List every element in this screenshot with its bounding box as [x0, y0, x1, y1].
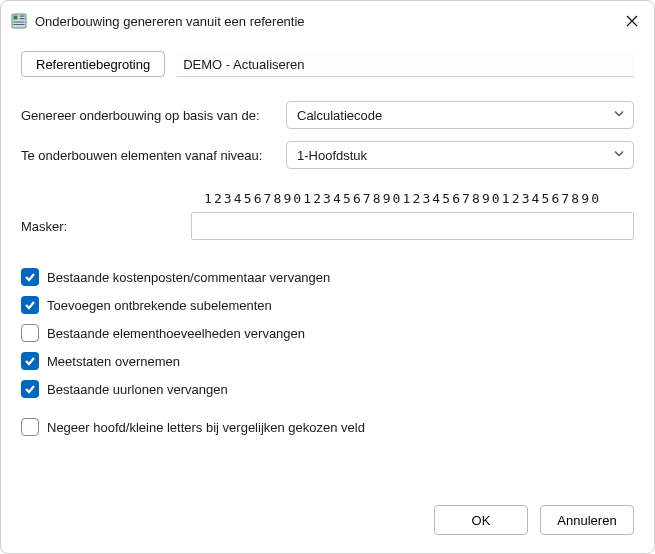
reference-row: Referentiebegroting DEMO - Actualiseren — [21, 51, 634, 77]
chevron-down-icon — [613, 148, 625, 163]
close-icon — [626, 15, 638, 27]
checkbox-replace-quantities-box[interactable] — [21, 324, 39, 342]
ok-button[interactable]: OK — [434, 505, 528, 535]
checkbox-replace-quantities: Bestaande elementhoeveelheden vervangen — [21, 324, 634, 342]
chevron-down-icon — [613, 108, 625, 123]
check-icon — [24, 355, 36, 367]
app-icon — [11, 13, 27, 29]
checkbox-list: Bestaande kostenposten/commentaar vervan… — [21, 268, 634, 436]
mask-ruler: 1234567890123456789012345678901234567890 — [204, 191, 634, 206]
dialog-window: Onderbouwing genereren vanuit een refere… — [0, 0, 655, 554]
check-icon — [24, 271, 36, 283]
checkbox-replace-costs: Bestaande kostenposten/commentaar vervan… — [21, 268, 634, 286]
level-select-value: 1-Hoofdstuk — [297, 148, 367, 163]
svg-rect-2 — [20, 16, 25, 17]
checkbox-add-subelements-box[interactable] — [21, 296, 39, 314]
checkbox-take-measurements-box[interactable] — [21, 352, 39, 370]
reference-budget-button[interactable]: Referentiebegroting — [21, 51, 165, 77]
titlebar: Onderbouwing genereren vanuit een refere… — [1, 1, 654, 41]
basis-row: Genereer onderbouwing op basis van de: C… — [21, 101, 634, 129]
mask-input[interactable] — [191, 212, 634, 240]
checkbox-replace-costs-label: Bestaande kostenposten/commentaar vervan… — [47, 270, 330, 285]
window-title: Onderbouwing genereren vanuit een refere… — [35, 14, 624, 29]
svg-rect-5 — [14, 24, 25, 25]
mask-row: Masker: — [21, 212, 634, 240]
checkbox-replace-costs-box[interactable] — [21, 268, 39, 286]
svg-rect-3 — [20, 18, 25, 19]
checkbox-replace-wages-label: Bestaande uurlonen vervangen — [47, 382, 228, 397]
level-row: Te onderbouwen elementen vanaf niveau: 1… — [21, 141, 634, 169]
checkbox-ignore-case-label: Negeer hoofd/kleine letters bij vergelij… — [47, 420, 365, 435]
checkbox-take-measurements: Meetstaten overnemen — [21, 352, 634, 370]
basis-select[interactable]: Calculatiecode — [286, 101, 634, 129]
level-label: Te onderbouwen elementen vanaf niveau: — [21, 148, 286, 163]
check-icon — [24, 383, 36, 395]
checkbox-ignore-case-box[interactable] — [21, 418, 39, 436]
checkbox-add-subelements: Toevoegen ontbrekende subelementen — [21, 296, 634, 314]
checkbox-replace-wages-box[interactable] — [21, 380, 39, 398]
checkbox-replace-quantities-label: Bestaande elementhoeveelheden vervangen — [47, 326, 305, 341]
basis-select-value: Calculatiecode — [297, 108, 382, 123]
checkbox-replace-wages: Bestaande uurlonen vervangen — [21, 380, 634, 398]
svg-rect-4 — [14, 22, 25, 23]
svg-rect-1 — [14, 16, 18, 20]
check-icon — [24, 299, 36, 311]
checkbox-add-subelements-label: Toevoegen ontbrekende subelementen — [47, 298, 272, 313]
level-select[interactable]: 1-Hoofdstuk — [286, 141, 634, 169]
cancel-button[interactable]: Annuleren — [540, 505, 634, 535]
close-button[interactable] — [624, 13, 640, 29]
reference-value-field[interactable]: DEMO - Actualiseren — [177, 51, 634, 77]
checkbox-take-measurements-label: Meetstaten overnemen — [47, 354, 180, 369]
checkbox-ignore-case: Negeer hoofd/kleine letters bij vergelij… — [21, 418, 634, 436]
mask-label: Masker: — [21, 219, 191, 234]
basis-label: Genereer onderbouwing op basis van de: — [21, 108, 286, 123]
dialog-footer: OK Annuleren — [1, 491, 654, 553]
dialog-content: Referentiebegroting DEMO - Actualiseren … — [1, 41, 654, 491]
mask-block: 1234567890123456789012345678901234567890… — [21, 191, 634, 240]
